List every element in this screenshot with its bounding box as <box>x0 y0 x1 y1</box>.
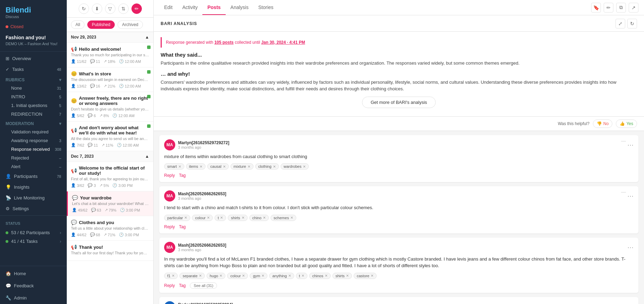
remove-wardrobes-tag[interactable]: ✕ <box>303 165 306 169</box>
get-more-button[interactable]: Get more of BARI's analysis <box>362 97 436 108</box>
participants-status[interactable]: 53 / 62 Participants › <box>0 228 67 237</box>
remove-t2-tag[interactable]: ✕ <box>301 274 304 278</box>
mash2-tag-button[interactable]: Tag <box>179 283 186 288</box>
sidebar-item-insights[interactable]: 💡 Insights <box>0 182 67 192</box>
post-thank-you[interactable]: 📢 Thank you! That's all for our first da… <box>67 241 153 261</box>
sidebar-item-overview[interactable]: ⊞ Overview <box>0 53 67 64</box>
filter-button[interactable]: ▽ <box>105 3 115 14</box>
post-dont-worry[interactable]: 📢 And don't worry about what we'll do wi… <box>67 122 153 151</box>
sidebar-item-redirection[interactable]: REDIRECTION 7 <box>0 110 67 118</box>
tab-posts[interactable]: Posts <box>202 0 225 15</box>
download-button[interactable]: ⬇ <box>92 3 102 14</box>
post-official-start[interactable]: 📢 Welcome to the official start of our s… <box>67 162 153 191</box>
copy-button[interactable]: ⧉ <box>616 3 626 13</box>
post-card-mash2: MA Mash[262052666262653] 3 months ago ⋯ … <box>159 238 638 293</box>
post-your-wardrobe[interactable]: 💬 Your wardrobe Let's chat a bit about y… <box>67 191 153 216</box>
remove-castore-tag[interactable]: ✕ <box>371 274 373 278</box>
moderation-section[interactable]: Moderation ▾ <box>0 118 67 128</box>
sidebar-item-none[interactable]: None 31 <box>0 84 67 92</box>
rubrics-label: Rubrics <box>6 77 25 82</box>
bottom-feedback[interactable]: 💬 Feedback <box>0 280 67 292</box>
bari-expand-button[interactable]: ⤢ <box>615 19 625 28</box>
tab-activity[interactable]: Activity <box>177 0 202 15</box>
mash1-reply-button[interactable]: Reply <box>164 224 175 229</box>
sidebar-item-tasks[interactable]: ✓ Tasks 48 <box>0 64 67 75</box>
remove-shirts-tag[interactable]: ✕ <box>242 216 244 220</box>
hello-participants: 👤 11/62 <box>71 59 87 64</box>
sidebar-item-received[interactable]: Response received 308 <box>0 145 67 154</box>
remove-chinos-tag[interactable]: ✕ <box>325 274 328 278</box>
sidebar-item-participants[interactable]: 👤 Participants 78 <box>0 171 67 182</box>
mash2-see-all-button[interactable]: See all (31) <box>190 282 217 289</box>
tab-edit[interactable]: Edit <box>159 0 177 15</box>
remove-shirts2-tag[interactable]: ✕ <box>346 274 349 278</box>
badca-author: BA Badca81[261625530358004] 3 months ago <box>164 301 233 304</box>
mash1-tag-button[interactable]: Tag <box>179 224 186 229</box>
edit-button[interactable]: ✏ <box>131 3 142 14</box>
tab-stories[interactable]: Stories <box>253 0 279 15</box>
martyn-tag-button[interactable]: Tag <box>179 173 186 178</box>
sidebar-item-initial[interactable]: 1. Initial questions 5 <box>0 101 67 110</box>
remove-hugo-tag[interactable]: ✕ <box>219 274 222 278</box>
refresh-button[interactable]: ↻ <box>79 3 89 14</box>
sidebar-item-alert[interactable]: Alert – <box>0 162 67 171</box>
bari-refresh-button[interactable]: ↻ <box>627 19 637 28</box>
remove-gym-tag[interactable]: ✕ <box>261 274 264 278</box>
share-button[interactable]: ↗ <box>629 3 638 13</box>
remove-t-tag[interactable]: ✕ <box>220 216 223 220</box>
settings-icon: ⚙ <box>6 206 10 211</box>
sidebar-item-live[interactable]: 📡 Live Monitoring <box>0 192 67 203</box>
post-hello-welcome[interactable]: 📢 Hello and welcome! Thank you so much f… <box>67 43 153 67</box>
helpful-no-button[interactable]: 👎 No <box>593 120 612 128</box>
badca-menu-button[interactable]: ⋯ <box>627 303 634 304</box>
remove-colour-tag[interactable]: ✕ <box>207 216 210 220</box>
live-icon: 📡 <box>6 195 11 200</box>
mash1-actions: Reply Tag <box>164 224 634 229</box>
remove-f1-tag[interactable]: ✕ <box>172 274 175 278</box>
filter-all[interactable]: All <box>71 20 84 29</box>
bottom-admin[interactable]: 🔧 Admin <box>0 292 67 304</box>
sidebar-item-rejected[interactable]: Rejected – <box>0 154 67 162</box>
mash1-menu-button[interactable]: ⋯ <box>627 192 634 200</box>
remove-separate-tag[interactable]: ✕ <box>199 274 202 278</box>
post-whats-in-store[interactable]: 😊 What's in store The discussion will be… <box>67 67 153 92</box>
collapse-mash1-button[interactable]: — <box>621 189 626 195</box>
remove-causal-tag[interactable]: ✕ <box>223 165 226 169</box>
sidebar-item-settings[interactable]: ⚙ Settings <box>0 203 67 214</box>
bookmark-button[interactable]: 🔖 <box>591 3 601 13</box>
martyn-reply-button[interactable]: Reply <box>164 173 175 178</box>
remove-chino-tag[interactable]: ✕ <box>263 216 266 220</box>
insights-label: Insights <box>14 184 30 190</box>
banner-date[interactable]: Jan 30, 2024 · 4:41 PM <box>261 40 305 45</box>
remove-anything-tag[interactable]: ✕ <box>288 274 291 278</box>
banner-link[interactable]: 105 posts <box>214 40 233 45</box>
collapse-nov-icon[interactable]: ▲ <box>145 35 149 40</box>
remove-clothing-tag[interactable]: ✕ <box>273 165 276 169</box>
remove-schemes-tag[interactable]: ✕ <box>290 216 293 220</box>
bottom-home[interactable]: 🏠 Home <box>0 268 67 280</box>
sidebar-item-validation[interactable]: Validation required <box>0 128 67 136</box>
remove-colour2-tag[interactable]: ✕ <box>242 274 245 278</box>
rubrics-section[interactable]: Rubrics ▾ <box>0 75 67 84</box>
remove-mixture-tag[interactable]: ✕ <box>248 165 250 169</box>
sidebar-item-intro[interactable]: INTRO 5 <box>0 92 67 101</box>
post-answer-freely[interactable]: 😊 Answer freely, there are no right or w… <box>67 92 153 122</box>
remove-smart-tag[interactable]: ✕ <box>178 165 181 169</box>
filter-archived[interactable]: Archived <box>118 20 143 29</box>
sidebar-item-awaiting[interactable]: Awaiting response 3 <box>0 136 67 145</box>
collapse-martyn-button[interactable]: — <box>621 138 626 143</box>
post-clothes-and-you[interactable]: 💬 Clothes and you Tell us a little about… <box>67 216 153 241</box>
mash2-reply-button[interactable]: Reply <box>164 283 175 288</box>
tasks-status[interactable]: 41 / 41 Tasks › <box>0 237 67 246</box>
pencil-button[interactable]: ✏ <box>604 3 613 13</box>
remove-items-tag[interactable]: ✕ <box>200 165 202 169</box>
martyn-actions: Reply Tag <box>164 173 634 178</box>
sort-button[interactable]: ⇅ <box>118 3 129 14</box>
remove-particular-tag[interactable]: ✕ <box>184 216 187 220</box>
tab-analysis[interactable]: Analysis <box>226 0 253 15</box>
mash2-menu-button[interactable]: ⋯ <box>627 244 634 251</box>
helpful-yes-button[interactable]: 👍 Yes <box>616 120 637 128</box>
filter-published[interactable]: Published <box>87 20 115 29</box>
collapse-dec-icon[interactable]: ▲ <box>145 154 149 159</box>
martyn-menu-button[interactable]: ⋯ <box>627 141 634 149</box>
